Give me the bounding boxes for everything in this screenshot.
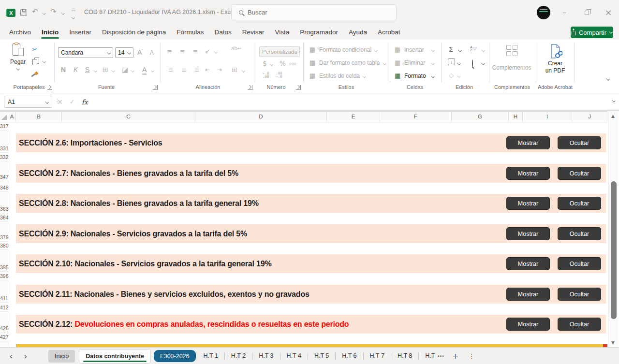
column-header-C[interactable]: C <box>62 111 195 122</box>
section-row-2.11: SECCIÓN 2.11: Nacionales - Bienes y serv… <box>16 285 606 304</box>
row-header-348[interactable]: 348 <box>0 184 8 192</box>
column-header-J[interactable]: J <box>572 111 607 122</box>
worksheet: ABCDEFGHIJ 31733133234734836336437938039… <box>0 0 619 364</box>
new-sheet-button[interactable]: + <box>447 352 463 360</box>
vertical-scrollbar-thumb[interactable] <box>611 181 617 319</box>
sheet-tab-datos-contribuyente[interactable]: Datos contribuyente <box>79 349 150 363</box>
row-header-427[interactable]: 427 <box>0 333 8 341</box>
sheet-options-kebab-icon[interactable]: ⋮ <box>464 353 480 359</box>
select-all-corner[interactable] <box>1 115 7 120</box>
sheet-tab-h-t-3[interactable]: H.T 3 <box>252 352 280 360</box>
column-header-G[interactable]: G <box>452 111 509 122</box>
column-header-F[interactable]: F <box>380 111 452 122</box>
row-header-380[interactable]: 380 <box>0 242 8 250</box>
mostrar-button[interactable]: Mostrar <box>506 257 550 270</box>
excel-window: { "titlebar": { "title": "COD 87 DR210 -… <box>0 0 619 364</box>
row-header-364[interactable]: 364 <box>0 214 8 222</box>
section-row-2.6: SECCIÓN 2.6: Importaciones - ServiciosMo… <box>16 133 606 152</box>
next-sheet-button[interactable]: › <box>20 351 31 362</box>
mostrar-button[interactable]: Mostrar <box>506 318 550 331</box>
column-header-B[interactable]: B <box>16 111 62 122</box>
row-header-363[interactable]: 363 <box>0 205 8 213</box>
sheet-tab-h-t-8[interactable]: H.T 8 <box>391 352 418 360</box>
mostrar-button[interactable]: Mostrar <box>506 136 550 149</box>
column-header-I[interactable]: I <box>523 111 572 122</box>
ocultar-button[interactable]: Ocultar <box>558 197 601 210</box>
ocultar-button[interactable]: Ocultar <box>558 318 601 331</box>
sheet-tab-h-t-5[interactable]: H.T 5 <box>308 352 335 360</box>
section-title: SECCIÓN 2.10: Nacionales - Servicios gra… <box>19 254 271 273</box>
sheet-tab-bar: ‹ › InicioDatos contribuyenteF300-2026H.… <box>0 347 619 364</box>
sheet-tab-h-t-1[interactable]: H.T 1 <box>197 352 224 360</box>
row-header-426[interactable]: 426 <box>0 324 8 333</box>
mostrar-button[interactable]: Mostrar <box>506 197 550 210</box>
section-row-2.12: SECCIÓN 2.12: Devoluciones en compras an… <box>16 315 606 334</box>
scroll-down-icon[interactable]: ▼ <box>611 341 615 345</box>
ocultar-button[interactable]: Ocultar <box>558 288 601 301</box>
row-header-347[interactable]: 347 <box>0 173 8 181</box>
mostrar-button[interactable]: Mostrar <box>506 227 550 240</box>
row-header-395[interactable]: 395 <box>0 263 8 272</box>
mostrar-button[interactable]: Mostrar <box>506 288 550 301</box>
section-title: SECCIÓN 2.12: Devoluciones en compras an… <box>19 315 349 334</box>
section-row-2.8: SECCIÓN 2.8: Nacionales - Bienes gravado… <box>16 194 606 213</box>
row-header-412[interactable]: 412 <box>0 304 8 312</box>
column-header-A[interactable]: A <box>8 111 16 122</box>
row-header-332[interactable]: 332 <box>0 153 8 161</box>
sheet-tab-inicio[interactable]: Inicio <box>48 350 75 363</box>
prev-sheet-button[interactable]: ‹ <box>6 351 16 362</box>
scroll-up-icon[interactable]: ▲ <box>611 114 615 118</box>
section-title: SECCIÓN 2.8: Nacionales - Bienes gravado… <box>19 194 259 213</box>
row-header-396[interactable]: 396 <box>0 272 8 280</box>
section-row-2.7: SECCIÓN 2.7: Nacionales - Bienes gravado… <box>16 164 606 183</box>
more-sheet-tabs[interactable]: ••• <box>435 354 447 359</box>
sheet-tab-h-t-4[interactable]: H.T 4 <box>280 352 308 360</box>
mostrar-button[interactable]: Mostrar <box>506 167 550 180</box>
sheet-tab-h-t-6[interactable]: H.T 6 <box>335 352 363 360</box>
column-header-D[interactable]: D <box>195 111 327 122</box>
ocultar-button[interactable]: Ocultar <box>558 167 601 180</box>
section-title: SECCIÓN 2.7: Nacionales - Bienes gravado… <box>19 164 238 183</box>
row-header-379[interactable]: 379 <box>0 233 8 242</box>
row-header-331[interactable]: 331 <box>0 145 8 153</box>
row-header-317[interactable]: 317 <box>0 122 8 131</box>
ocultar-button[interactable]: Ocultar <box>558 227 601 240</box>
row-header-411[interactable]: 411 <box>0 294 8 303</box>
section-title: SECCIÓN 2.11: Nacionales - Bienes y serv… <box>19 285 310 304</box>
vertical-scrollbar[interactable]: ▲ ▼ <box>608 111 618 347</box>
section-title: SECCIÓN 2.6: Importaciones - Servicios <box>19 133 162 152</box>
ocultar-button[interactable]: Ocultar <box>558 136 601 149</box>
sheet-tab-h-t-9[interactable]: H.T 9 <box>418 352 435 360</box>
ocultar-button[interactable]: Ocultar <box>558 257 601 270</box>
sheet-tab-h-t-7[interactable]: H.T 7 <box>363 352 391 360</box>
section-row-2.10: SECCIÓN 2.10: Nacionales - Servicios gra… <box>16 254 606 273</box>
section-row-2.9: SECCIÓN 2.9: Nacionales - Servicios grav… <box>16 224 606 243</box>
column-header-H[interactable]: H <box>509 111 523 122</box>
section-title: SECCIÓN 2.9: Nacionales - Servicios grav… <box>19 224 247 243</box>
sheet-tab-f300-2026[interactable]: F300-2026 <box>154 350 195 362</box>
sheet-tab-h-t-2[interactable]: H.T 2 <box>224 352 252 360</box>
column-header-E[interactable]: E <box>327 111 380 122</box>
